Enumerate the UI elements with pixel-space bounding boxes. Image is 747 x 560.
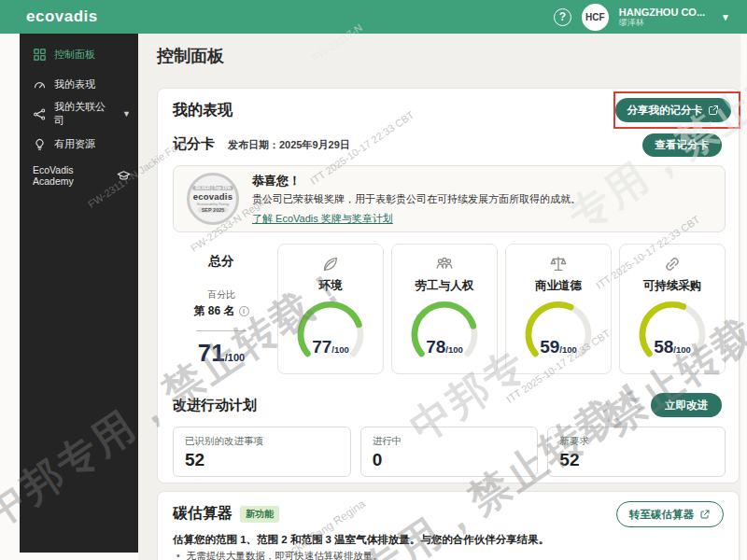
stat-label: 新要求 [559,435,713,448]
theme-score-denominator: /100 [673,344,691,355]
carbon-bullet: 无需提供大量数据，即可快速估算碳排放量。 [187,550,383,560]
dashboard-grid-icon [33,48,47,62]
stat-in-progress: 进行中 0 [360,427,539,477]
company-name: HANGZHOU CO... [619,7,705,19]
people-icon [433,254,456,274]
overall-score-block: 总分 百分比 第 86 名 i 71/100 [173,244,270,374]
go-to-carbon-label: 转至碳估算器 [629,508,694,522]
help-icon[interactable]: ? [554,8,571,26]
info-icon[interactable]: i [239,306,249,316]
medal-tier: SILVER | Top 15% [192,186,233,190]
chevron-down-icon[interactable]: ▼ [721,12,730,22]
publish-date: 发布日期：2025年9月29日 [228,138,350,152]
improve-now-button[interactable]: 立即改进 [651,393,722,417]
overall-score: 71/100 [173,339,270,368]
external-link-icon [699,509,711,520]
gauge-icon [33,77,47,91]
medal-subtitle: Sustainability Rating [197,203,229,206]
theme-score-value: 77 [312,337,331,357]
percentile-label: 百分比 [173,288,270,301]
user-name: 缪泽林 [619,18,705,27]
overall-score-value: 71 [198,339,225,367]
performance-panel: 我的表现 分享我的记分卡 记分卡 发布日期：2025年9月29日 查看记分卡 S… [157,88,740,483]
theme-score-denominator: /100 [559,344,577,355]
scales-icon [548,254,569,274]
sidebar: 控制面板 我的表现 我的关联公司 ▼ 有用资源 EcoVadis Academy [20,34,138,553]
new-feature-badge: 新功能 [240,506,279,523]
overall-score-denominator: /100 [225,352,245,363]
stat-value: 52 [185,450,339,470]
score-gauge: 58/100 [629,291,715,368]
improve-now-label: 立即改进 [665,399,708,413]
score-gauge: 59/100 [515,291,601,368]
theme-card-labor: 劳工与人权 78/100 [391,244,498,374]
sidebar-item-resources[interactable]: 有用资源 [20,129,138,159]
congrats-title: 恭喜您！ [252,173,581,189]
silver-medal-badge: SILVER | Top 15% ecovadis Sustainability… [187,173,239,225]
scorecard-title: 记分卡 [173,135,215,153]
sidebar-item-label: 我的关联公司 [54,100,115,128]
sidebar-item-academy[interactable]: EcoVadis Academy [20,161,138,190]
sidebar-item-dashboard[interactable]: 控制面板 [20,39,138,69]
publish-date-label: 发布日期： [228,139,279,150]
theme-score-denominator: /100 [445,344,463,355]
stat-label: 进行中 [373,435,527,448]
theme-score-denominator: /100 [331,344,349,355]
carbon-description: 估算您的范围 1、范围 2 和范围 3 温室气体排放量。与您的合作伙伴分享结果。 [173,533,549,547]
sidebar-item-network[interactable]: 我的关联公司 ▼ [20,99,138,129]
share-export-icon [708,105,719,116]
sidebar-item-performance[interactable]: 我的表现 [20,69,138,99]
theme-score-value: 59 [540,337,559,357]
account-menu[interactable]: HANGZHOU CO... 缪泽林 [619,7,705,28]
rank-value: 第 86 名 [193,303,234,319]
performance-title: 我的表现 [173,101,233,120]
sidebar-item-label: 我的表现 [54,77,95,91]
scores-row: 总分 百分比 第 86 名 i 71/100 环境 77/100 劳工与人权 7… [173,244,726,374]
score-gauge: 78/100 [402,291,487,368]
leaf-icon [320,254,341,274]
stat-identified: 已识别的改进事项 52 [173,427,351,477]
sidebar-item-label: 有用资源 [54,137,95,151]
chevron-down-icon[interactable]: ▼ [122,109,131,119]
theme-card-procurement: 可持续采购 58/100 [619,244,726,374]
theme-card-environment: 环境 77/100 [277,244,384,374]
sidebar-item-label: 控制面板 [54,48,95,62]
chain-link-icon [662,254,683,274]
medal-program-link[interactable]: 了解 EcoVadis 奖牌与奖章计划 [252,213,393,224]
divider [196,330,247,331]
graduation-cap-icon [117,169,131,183]
publish-date-value: 2025年9月29日 [279,139,350,150]
theme-score-value: 58 [654,337,673,357]
stat-new-requests: 新要求 52 [547,427,726,477]
score-gauge: 77/100 [288,291,374,368]
congrats-card: SILVER | Top 15% ecovadis Sustainability… [173,165,726,232]
ecovadis-logo: ecovadis [26,7,98,26]
go-to-carbon-button[interactable]: 转至碳估算器 [616,501,724,527]
avatar[interactable]: HCF [582,4,609,31]
medal-date: SEP 2025 [198,207,229,213]
view-scorecard-label: 查看记分卡 [655,138,710,152]
stat-value: 52 [559,450,713,470]
share-scorecard-button[interactable]: 分享我的记分卡 [615,98,732,122]
carbon-title: 碳估算器 [173,504,233,524]
network-icon [33,107,47,121]
carbon-bullets: 无需提供大量数据，即可快速估算碳排放量。 根据温室气体核算体系标准进行估算，确保… [176,550,481,560]
view-scorecard-button[interactable]: 查看记分卡 [642,133,723,157]
app-header: ecovadis ? HCF HANGZHOU CO... 缪泽林 ▼ [0,0,747,34]
stat-value: 0 [373,450,527,470]
theme-score-value: 78 [426,337,445,357]
congrats-body: 贵公司已荣获银奖牌，用于表彰贵公司在可持续发展方面所取得的成就。 [252,192,581,206]
carbon-panel: 碳估算器 新功能 转至碳估算器 估算您的范围 1、范围 2 和范围 3 温室气体… [157,491,740,560]
page-title: 控制面板 [157,45,224,67]
lightbulb-icon [33,137,47,151]
improvement-stats: 已识别的改进事项 52 进行中 0 新要求 52 [173,427,726,477]
improvement-title: 改进行动计划 [173,397,257,414]
medal-brand: ecovadis [193,191,233,202]
share-scorecard-label: 分享我的记分卡 [627,104,703,118]
stat-label: 已识别的改进事项 [185,435,339,448]
sidebar-item-label: EcoVadis Academy [33,164,109,187]
theme-card-ethics: 商业道德 59/100 [505,244,612,374]
overall-label: 总分 [173,253,270,270]
